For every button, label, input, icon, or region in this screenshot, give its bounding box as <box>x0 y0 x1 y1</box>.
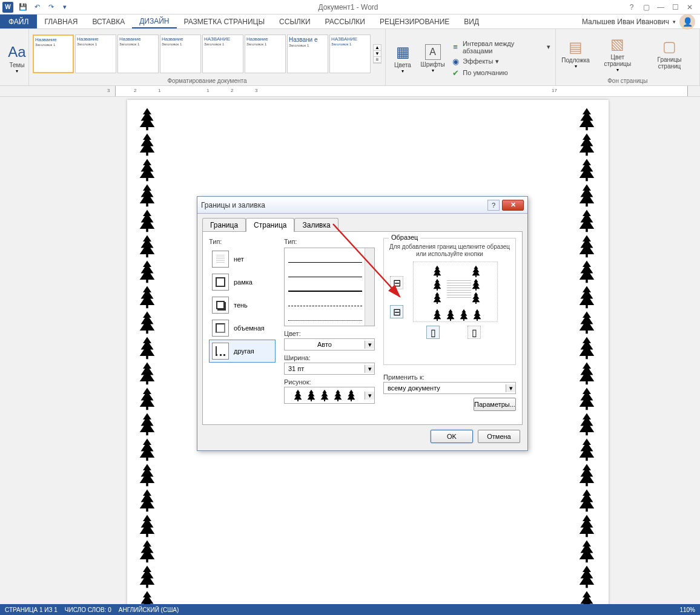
applyto-label: Применить к: <box>383 373 516 381</box>
save-icon[interactable]: 💾 <box>16 1 30 13</box>
dialog-help-icon[interactable]: ? <box>487 200 500 211</box>
watermark-button[interactable]: ▤Подложка▾ <box>560 34 592 74</box>
theme-thumb[interactable]: НазваниеЗаголовок 1 <box>75 35 116 73</box>
theme-thumb[interactable]: НазваниеЗаголовок 1 <box>117 35 159 73</box>
dialog-close-icon[interactable]: ✕ <box>502 200 524 211</box>
theme-thumb[interactable]: НАЗВАНИЕЗаголовок 1 <box>202 35 243 73</box>
effects-button[interactable]: ◉Эффекты ▾ <box>449 56 551 67</box>
theme-gallery[interactable]: НазваниеЗаголовок 1 НазваниеЗаголовок 1 … <box>33 35 371 73</box>
fonts-button[interactable]: AШрифты▾ <box>418 39 447 79</box>
page-borders-icon: ▢ <box>662 38 676 55</box>
border-bottom-toggle[interactable]: ⊟ <box>390 305 403 318</box>
type-box[interactable]: рамка <box>209 271 276 294</box>
tab-references[interactable]: ССЫЛКИ <box>272 15 317 28</box>
gallery-scroll[interactable]: ▲▼≡ <box>373 44 381 64</box>
applyto-combo[interactable]: всему документу▾ <box>383 382 516 394</box>
preview-hint: Для добавления границ щелкните образец и… <box>389 243 510 258</box>
none-icon <box>212 251 229 268</box>
ribbon-tabs: ФАЙЛ ГЛАВНАЯ ВСТАВКА ДИЗАЙН РАЗМЕТКА СТР… <box>0 15 700 29</box>
status-zoom[interactable]: 110% <box>679 607 695 613</box>
style-label: Тип: <box>284 238 375 245</box>
title-bar: W 💾 ↶ ↷ ▾ Документ1 - Word ? ▢ — ☐ ✕ <box>0 0 700 15</box>
type-3d[interactable]: объемная <box>209 317 276 340</box>
status-words[interactable]: ЧИСЛО СЛОВ: 0 <box>65 607 111 613</box>
paragraph-spacing-button[interactable]: ≡Интервал между абзацами ▾ <box>449 39 551 55</box>
tab-insert[interactable]: ВСТАВКА <box>85 15 132 28</box>
box-icon <box>212 274 229 291</box>
minimize-icon[interactable]: — <box>654 2 667 13</box>
dlg-tab-border[interactable]: Граница <box>202 218 246 232</box>
set-default-button[interactable]: ✔По умолчанию <box>449 68 551 78</box>
border-art-right <box>574 106 601 604</box>
theme-thumb[interactable]: НазваниеЗаголовок 1 <box>160 35 201 73</box>
preview-label: Образец <box>389 234 420 241</box>
themes-icon: Aа <box>8 44 25 61</box>
tab-home[interactable]: ГЛАВНАЯ <box>37 15 85 28</box>
dlg-tab-page[interactable]: Страница <box>246 218 294 232</box>
art-combo[interactable]: ▾ <box>284 387 375 404</box>
tab-mailings[interactable]: РАССЫЛКИ <box>318 15 372 28</box>
qat-custom-icon[interactable]: ▾ <box>58 1 71 13</box>
type-none[interactable]: нет <box>209 248 276 271</box>
border-right-toggle[interactable]: ▯ <box>467 326 481 339</box>
avatar[interactable]: 👤 <box>679 14 695 30</box>
close-icon[interactable]: ✕ <box>683 2 696 13</box>
page-color-button[interactable]: ▧Цвет страницы▾ <box>594 34 641 74</box>
type-label: Тип: <box>209 238 276 245</box>
status-bar: СТРАНИЦА 1 ИЗ 1 ЧИСЛО СЛОВ: 0 АНГЛИЙСКИЙ… <box>0 604 700 615</box>
status-lang[interactable]: АНГЛИЙСКИЙ (США) <box>119 607 179 613</box>
width-combo[interactable]: 31 пт▾ <box>284 363 375 375</box>
chevron-down-icon[interactable]: ▾ <box>365 392 374 400</box>
dialog-titlebar[interactable]: Границы и заливка ? ✕ <box>197 197 527 214</box>
cancel-button[interactable]: Отмена <box>478 430 520 443</box>
type-custom[interactable]: другая <box>209 340 276 363</box>
ok-button[interactable]: OK <box>431 430 473 443</box>
tab-layout[interactable]: РАЗМЕТКА СТРАНИЦЫ <box>177 15 272 28</box>
options-button[interactable]: Параметры... <box>474 398 516 411</box>
colors-button[interactable]: ▦Цвета▾ <box>389 39 416 79</box>
line-style-list[interactable] <box>284 248 375 326</box>
spacing-icon: ≡ <box>451 42 460 51</box>
theme-thumb[interactable]: НАЗВАНИЕЗаголовок 1 <box>329 35 371 73</box>
preview-box[interactable]: ⊟ ⊟ ▯ ▯ <box>389 261 510 334</box>
ruler-horizontal[interactable]: 32112317 <box>0 86 700 97</box>
tab-view[interactable]: ВИД <box>457 15 486 28</box>
file-tab[interactable]: ФАЙЛ <box>0 15 37 28</box>
color-combo[interactable]: Авто▾ <box>284 338 375 350</box>
fonts-icon: A <box>425 44 441 60</box>
chevron-down-icon[interactable]: ▾ <box>365 365 374 373</box>
chevron-down-icon[interactable]: ▾ <box>506 384 515 392</box>
dialog-title: Границы и заливка <box>201 201 265 209</box>
chevron-down-icon[interactable]: ▾ <box>365 341 374 349</box>
art-label: Рисунок: <box>284 378 375 386</box>
maximize-icon[interactable]: ☐ <box>669 2 682 13</box>
page-borders-button[interactable]: ▢Границы страниц <box>643 34 696 74</box>
theme-thumb[interactable]: Названи еЗаголовок 1 <box>287 35 328 73</box>
three-d-icon <box>212 320 229 337</box>
formatting-group-label: Форматирование документа <box>33 76 381 85</box>
theme-thumb[interactable]: НазваниеЗаголовок 1 <box>245 35 286 73</box>
ribbon-options-icon[interactable]: ▢ <box>639 2 653 13</box>
user-name[interactable]: Малышев Иван Иванович <box>582 18 669 26</box>
themes-button[interactable]: Aа Темы ▾ <box>4 39 30 79</box>
help-icon[interactable]: ? <box>625 2 638 13</box>
type-shadow[interactable]: тень <box>209 294 276 317</box>
status-page[interactable]: СТРАНИЦА 1 ИЗ 1 <box>5 607 58 613</box>
theme-thumb[interactable]: НазваниеЗаголовок 1 <box>33 35 74 73</box>
shadow-icon <box>212 297 229 314</box>
tab-review[interactable]: РЕЦЕНЗИРОВАНИЕ <box>372 15 457 28</box>
effects-icon: ◉ <box>451 57 460 66</box>
window-title: Документ1 - Word <box>71 3 625 12</box>
dlg-tab-shading[interactable]: Заливка <box>294 218 338 232</box>
scrollbar[interactable] <box>365 248 374 326</box>
border-left-toggle[interactable]: ▯ <box>426 326 440 339</box>
color-label: Цвет: <box>284 330 375 337</box>
pagebg-group-label: Фон страницы <box>560 76 696 85</box>
borders-dialog: Границы и заливка ? ✕ Граница Страница З… <box>197 196 528 451</box>
ruler-vertical[interactable] <box>0 97 12 604</box>
word-icon: W <box>2 2 13 13</box>
tab-design[interactable]: ДИЗАЙН <box>132 15 176 28</box>
undo-icon[interactable]: ↶ <box>30 1 44 13</box>
redo-icon[interactable]: ↷ <box>44 1 58 13</box>
border-top-toggle[interactable]: ⊟ <box>390 276 403 289</box>
